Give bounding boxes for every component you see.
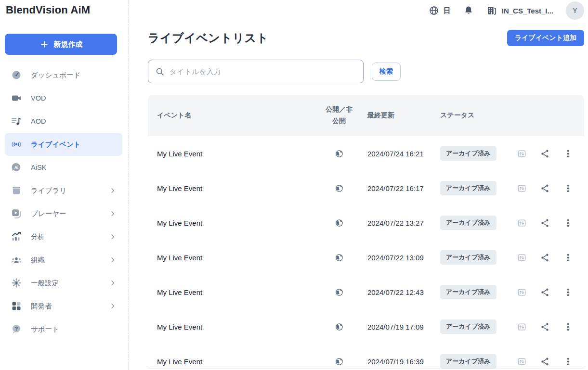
sidebar-item-organization[interactable]: 組織 [5, 248, 122, 271]
sidebar-item-dashboard[interactable]: ダッシュボード [5, 64, 122, 87]
app-logo: BlendVision AiM [5, 4, 122, 16]
share-button[interactable] [533, 142, 556, 165]
event-name: My Live Event [148, 219, 321, 227]
sidebar: BlendVision AiM 新規作成 ダッシュボード VOD AOD ライブ… [0, 0, 129, 370]
search-button[interactable]: 検索 [372, 63, 401, 81]
add-live-event-button[interactable]: ライブイベント追加 [507, 30, 584, 46]
user-avatar[interactable]: Y [566, 1, 584, 20]
status-cell: アーカイブ済み [437, 319, 509, 334]
org-name: IN_CS_Test_I... [502, 7, 553, 15]
traffic-button[interactable] [510, 246, 533, 269]
chevron-right-icon [109, 233, 117, 241]
new-create-button[interactable]: 新規作成 [5, 34, 117, 55]
table-row[interactable]: My Live Event 2024/07/22 16:17 アーカイブ済み [148, 171, 584, 205]
table-row[interactable]: My Live Event 2024/07/24 16:21 アーカイブ済み [148, 136, 584, 171]
org-switcher[interactable]: IN_CS_Test_I... [486, 5, 553, 16]
row-actions [509, 281, 584, 304]
traffic-button[interactable] [510, 177, 533, 200]
traffic-icon [517, 287, 527, 297]
more-options-button[interactable] [556, 142, 579, 165]
sidebar-item-aisk[interactable]: AiSK [5, 156, 122, 179]
event-name: My Live Event [148, 184, 321, 192]
analytics-icon [11, 231, 22, 242]
chevron-right-icon [109, 302, 117, 310]
event-name: My Live Event [148, 288, 321, 296]
sidebar-item-label: 一般設定 [31, 279, 59, 288]
row-actions [509, 142, 584, 165]
search-box [148, 60, 364, 83]
live-event-table: イベント名 公開／非公開 最終更新 ステータス My Live Event 20… [148, 95, 584, 369]
share-icon [540, 357, 550, 367]
sidebar-item-label: 組織 [31, 255, 45, 265]
chevron-right-icon [109, 187, 117, 194]
library-icon [11, 185, 22, 196]
column-visibility: 公開／非公開 [321, 104, 357, 127]
more-options-button[interactable] [556, 211, 579, 234]
more-options-button[interactable] [556, 246, 579, 269]
sidebar-item-label: ライブイベント [31, 140, 81, 149]
table-row[interactable]: My Live Event 2024/07/22 12:43 アーカイブ済み [148, 275, 584, 309]
traffic-button[interactable] [510, 315, 533, 338]
traffic-icon [517, 357, 527, 367]
share-button[interactable] [533, 350, 556, 369]
sidebar-item-label: 分析 [31, 232, 45, 242]
page-header: ライブイベントリスト ライブイベント追加 [148, 30, 584, 46]
page-title: ライブイベントリスト [148, 30, 269, 46]
last-updated: 2024/07/24 16:21 [357, 150, 437, 158]
table-row[interactable]: My Live Event 2024/07/22 13:27 アーカイブ済み [148, 205, 584, 240]
status-cell: アーカイブ済み [437, 354, 509, 369]
public-globe-icon [335, 357, 344, 366]
visibility-cell [321, 183, 357, 192]
language-selector[interactable]: 日 [429, 5, 451, 16]
share-button[interactable] [533, 177, 556, 200]
sidebar-item-analytics[interactable]: 分析 [5, 225, 122, 248]
sidebar-item-developer[interactable]: 開発者 [5, 294, 122, 318]
visibility-cell [321, 287, 357, 296]
search-row: 検索 [148, 60, 584, 83]
sidebar-item-player[interactable]: プレーヤー [5, 202, 122, 225]
search-input[interactable] [170, 67, 356, 76]
share-button[interactable] [533, 281, 556, 304]
status-badge: アーカイブ済み [440, 250, 497, 265]
visibility-cell [321, 149, 357, 158]
public-globe-icon [335, 218, 344, 228]
globe-icon [429, 5, 439, 16]
status-badge: アーカイブ済み [440, 181, 497, 195]
last-updated: 2024/07/19 16:39 [357, 357, 437, 366]
public-globe-icon [335, 322, 344, 332]
public-globe-icon [335, 184, 344, 193]
column-event-name: イベント名 [148, 111, 321, 120]
new-create-label: 新規作成 [54, 40, 83, 49]
more-options-button[interactable] [556, 177, 579, 200]
more-options-button[interactable] [556, 281, 579, 304]
event-name: My Live Event [148, 150, 321, 158]
traffic-button[interactable] [510, 142, 533, 165]
traffic-button[interactable] [510, 211, 533, 234]
table-row[interactable]: My Live Event 2024/07/19 16:39 アーカイブ済み [148, 344, 584, 369]
more-options-button[interactable] [556, 350, 579, 369]
sidebar-item-label: 開発者 [31, 302, 52, 311]
sidebar-item-settings[interactable]: 一般設定 [5, 271, 122, 294]
plus-icon [39, 39, 49, 49]
share-button[interactable] [533, 315, 556, 338]
sidebar-item-library[interactable]: ライブラリ [5, 179, 122, 202]
table-row[interactable]: My Live Event 2024/07/22 13:09 アーカイブ済み [148, 240, 584, 275]
sidebar-item-label: プレーヤー [31, 209, 66, 218]
share-button[interactable] [533, 246, 556, 269]
status-badge: アーカイブ済み [440, 319, 497, 334]
share-button[interactable] [533, 211, 556, 234]
notification-bell-icon[interactable] [463, 5, 474, 16]
public-globe-icon [335, 288, 344, 297]
sidebar-item-support[interactable]: サポート [5, 318, 122, 341]
traffic-icon [517, 218, 527, 228]
sidebar-item-live-event[interactable]: ライブイベント [5, 133, 122, 156]
vod-icon [11, 92, 22, 104]
sidebar-item-aod[interactable]: AOD [5, 110, 122, 133]
visibility-cell [321, 218, 357, 227]
traffic-button[interactable] [510, 281, 533, 304]
traffic-button[interactable] [510, 350, 533, 369]
sidebar-item-vod[interactable]: VOD [5, 87, 122, 110]
sidebar-nav: ダッシュボード VOD AOD ライブイベント AiSK ライブラリ プレーヤー… [5, 64, 122, 341]
more-options-button[interactable] [556, 315, 579, 338]
table-row[interactable]: My Live Event 2024/07/19 17:09 アーカイブ済み [148, 309, 584, 344]
